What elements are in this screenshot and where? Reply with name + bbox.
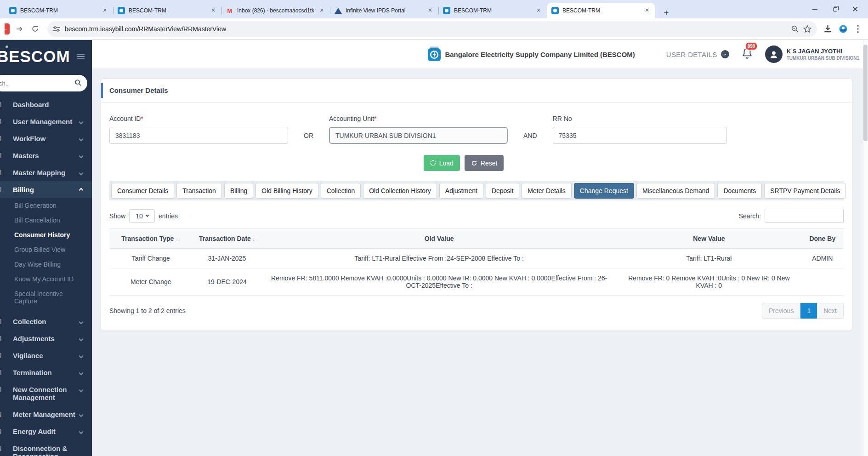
tab-adjustment[interactable]: Adjustment [439,183,483,199]
tab-consumer-details[interactable]: Consumer Details [111,183,174,199]
sidebar-item-user-management[interactable]: ▤ User Management [0,113,92,130]
tab-documents[interactable]: Documents [717,183,762,199]
user-name: K S JAGAN JYOTHI [787,48,859,55]
tab-change-request[interactable]: Change Request [574,183,634,199]
sort-icon[interactable]: ↑↓ [176,237,180,242]
sidebar-item-workflow[interactable]: ▤ WorkFlow [0,130,92,147]
browser-tab[interactable]: BESCOM-TRM × [113,3,221,18]
back-button[interactable]: ← [5,23,10,34]
sidebar-subitem-bill-generation[interactable]: Bill Generation [0,198,92,213]
company-name: Bangalore Electricity Supply Company Lim… [445,51,635,58]
page-1-button[interactable]: 1 [800,303,817,319]
sidebar-item-new-connection-management[interactable]: ▤ New Connection Management [0,381,92,406]
minimize-button[interactable] [805,0,825,18]
sidebar-subitem-group-billed-view[interactable]: Group Billed View [0,242,92,257]
cell-new-value: Remove FR: 0 Remove KVAH :0Units : 0 New… [617,268,801,296]
next-page-button[interactable]: Next [817,303,844,319]
browser-tab[interactable]: BESCOM-TRM × [438,3,547,18]
page-scrollbar[interactable] [863,40,868,456]
sidebar-subitem-consumer-history[interactable]: Consumer History [0,228,92,242]
notifications-button[interactable]: 899 [741,47,753,62]
tab-billing[interactable]: Billing [224,183,253,199]
sidebar-item-master-mapping[interactable]: ▤ Master Mapping [0,164,92,181]
tab-close-icon[interactable]: × [318,7,325,14]
rr-no-field[interactable] [553,127,727,144]
previous-page-button[interactable]: Previous [762,303,800,319]
sidebar-search[interactable] [0,75,87,91]
company-block: Bangalore Electricity Supply Company Lim… [427,46,635,62]
sort-desc-icon[interactable]: ↓ [253,237,255,242]
tab-miscellaneous-demand[interactable]: Miscellaneous Demand [636,183,715,199]
tab-close-icon[interactable]: × [643,7,651,14]
search-form: Account ID* OR Accounting Unit* AND RR N… [101,103,852,144]
browser-tab[interactable]: BESCOM-TRM × [5,3,113,18]
sidebar-subitem-bill-cancellation[interactable]: Bill Cancellation [0,213,92,228]
maximize-button[interactable] [825,0,845,18]
browser-tab[interactable]: M Inbox (826) - bescomaaocsd1tk × [221,3,330,18]
sidebar-item-dashboard[interactable]: ▤ Dashboard [0,96,92,113]
browser-tab-active[interactable]: BESCOM-TRM × [547,3,655,18]
column-header-transaction-type[interactable]: Transaction Type↑↓ [109,229,193,249]
sidebar-subitem-know-my-account-id[interactable]: Know My Account ID [0,272,92,286]
tab-transaction[interactable]: Transaction [176,183,222,199]
collection-icon: ▤ [0,318,3,325]
forward-button[interactable] [13,23,25,35]
tab-close-icon[interactable]: × [210,7,217,14]
sidebar-item-masters[interactable]: ▤ Masters [0,147,92,164]
accounting-unit-label: Accounting Unit* [329,115,508,122]
tab-deposit[interactable]: Deposit [486,183,519,199]
new-tab-button[interactable]: + [660,7,673,20]
sidebar-item-meter-management[interactable]: ▤ Meter Management [0,406,92,423]
close-window-button[interactable]: ✕ [845,0,865,18]
scrollbar-thumb[interactable] [863,45,868,141]
load-button[interactable]: Load [424,155,460,171]
column-header-transaction-date[interactable]: Transaction Date↓ [193,229,262,249]
user-details-dropdown[interactable]: USER DETAILS [666,50,729,58]
table-row[interactable]: Tariff Change 31-JAN-2025 Tariff: LT1-Ru… [109,249,844,268]
tab-close-icon[interactable]: × [101,7,108,14]
sidebar-item-billing[interactable]: ▤ Billing [0,181,92,198]
table-row[interactable]: Meter Change 19-DEC-2024 Remove FR: 5811… [109,268,844,296]
tab-close-icon[interactable]: × [535,7,542,14]
user-profile[interactable]: K S JAGAN JYOTHI TUMKUR URBAN SUB DIVISI… [765,46,859,63]
tab-old-billing-history[interactable]: Old Billing History [255,183,318,199]
table-search-input[interactable] [765,209,844,223]
sidebar-item-vigilance[interactable]: ▤ Vigilance [0,347,92,364]
tab-old-collection-history[interactable]: Old Collection History [363,183,437,199]
avatar [765,46,783,63]
sidebar-subitem-label: Bill Generation [14,202,57,209]
sidebar-item-label: Vigilance [13,352,43,359]
browser-menu-icon[interactable] [854,25,862,33]
account-id-field[interactable] [109,127,288,144]
reset-button[interactable]: Reset [465,155,504,171]
sidebar-item-collection[interactable]: ▤ Collection [0,313,92,330]
tab-close-icon[interactable]: × [426,7,434,14]
accounting-unit-field[interactable] [329,127,508,144]
download-icon[interactable] [823,24,832,33]
url-text[interactable]: bescom.trm.ieasybill.com/RRMasterView/RR… [65,25,786,33]
tab-srtpv-payment-details[interactable]: SRTPV Payment Details [764,183,846,199]
extension-icon[interactable] [839,24,848,34]
app-header: Bangalore Electricity Supply Company Lim… [92,40,863,69]
sidebar-subitem-day-wise-billing[interactable]: Day Wise Billing [0,257,92,272]
bookmark-star-icon[interactable] [803,25,811,33]
browser-tab[interactable]: Infinite View IPDS Portal × [330,3,438,18]
browser-tab-title: BESCOM-TRM [20,7,97,14]
sidebar-item-energy-audit[interactable]: ▤ Energy Audit [0,423,92,440]
hamburger-menu-icon[interactable] [77,54,85,59]
sidebar-subitem-label: Day Wise Billing [14,261,61,268]
sidebar-subitem-label: Special Incentive Capture [14,290,63,305]
column-header-old-value[interactable]: Old Value [261,229,617,249]
tab-collection[interactable]: Collection [321,183,361,199]
sidebar-item-termination[interactable]: ▤ Termination [0,364,92,381]
address-bar[interactable]: bescom.trm.ieasybill.com/RRMasterView/RR… [47,21,817,37]
refresh-button[interactable] [29,23,41,35]
page-size-select[interactable]: 10 [129,209,155,223]
sidebar-subitem-special-incentive-capture[interactable]: Special Incentive Capture [0,286,92,308]
sidebar-item-disconnection-reconnection[interactable]: ▤ Disconnection & Reconnection [0,440,92,456]
sidebar-item-adjustments[interactable]: ▤ Adjustments [0,330,92,347]
column-header-new-value[interactable]: New Value [617,229,801,249]
column-header-done-by[interactable]: Done By [801,229,844,249]
tab-meter-details[interactable]: Meter Details [522,183,571,199]
zoom-icon[interactable] [791,25,799,33]
